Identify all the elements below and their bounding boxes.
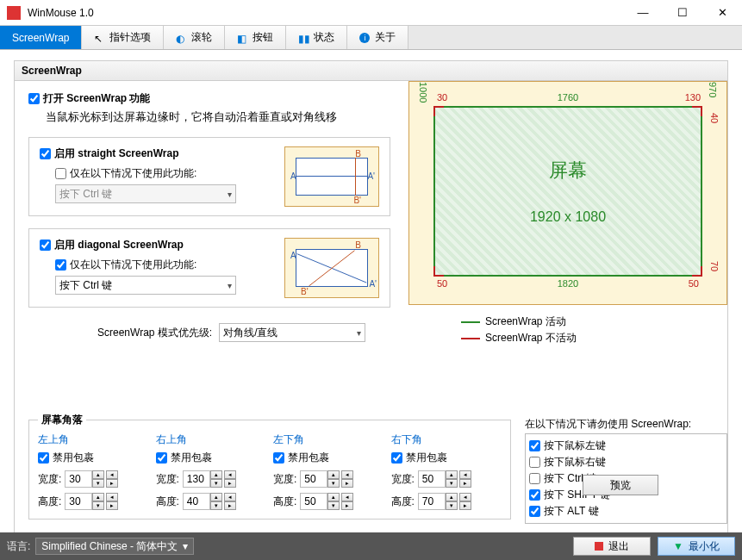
nudge-left-icon[interactable]: ◂ [459,493,471,501]
spin-up-icon[interactable]: ▴ [210,470,222,479]
preview-button[interactable]: 预览 [583,475,658,495]
wheel-icon: ◐ [176,33,186,43]
corner-width-spinner[interactable]: ▴▾ ◂▸ [183,470,236,488]
spin-down-icon[interactable]: ▾ [92,479,104,488]
nudge-right-icon[interactable]: ▸ [459,501,471,510]
app-icon [7,6,21,20]
corner-heading: 右上角 [156,432,267,447]
tab-status[interactable]: ▮▮状态 [286,26,347,49]
corner-width-input[interactable] [65,470,92,488]
corner-height-input[interactable] [183,493,210,510]
corner-width-spinner[interactable]: ▴▾ ◂▸ [65,470,118,488]
straight-only-row[interactable]: 仅在以下情况下使用此功能: [55,166,271,181]
tab-screenwrap[interactable]: ScreenWrap [0,26,82,49]
screen-viz: 屏幕 1920 x 1080 30 1760 130 40 1000 970 7… [408,81,727,305]
tab-pointer[interactable]: ↖指针选项 [82,26,164,49]
nudge-left-icon[interactable]: ◂ [224,470,236,479]
enable-screenwrap-checkbox[interactable] [28,93,40,104]
corner-disable[interactable]: 禁用包裹 [156,451,267,465]
nudge-right-icon[interactable]: ▸ [224,501,236,510]
footer: 语言: Simplified Chinese - 简体中文▾ 退出 ▼ 最小化 [0,532,742,560]
spin-up-icon[interactable]: ▴ [210,493,222,501]
chevron-down-icon: ▾ [357,328,361,338]
minimize-tray-button[interactable]: ▼ 最小化 [658,537,735,556]
close-button[interactable]: ✕ [702,0,742,25]
exclude-checkbox[interactable] [529,506,540,517]
exit-button[interactable]: 退出 [573,537,651,556]
enable-diagonal-checkbox[interactable] [40,240,51,251]
nudge-right-icon[interactable]: ▸ [341,479,353,488]
spin-down-icon[interactable]: ▾ [327,479,340,488]
spin-up-icon[interactable]: ▴ [92,470,104,479]
exclude-item[interactable]: 按下鼠标左键 [529,438,723,454]
spin-down-icon[interactable]: ▾ [446,501,458,510]
enable-diagonal[interactable]: 启用 diagonal ScreenWrap [40,238,271,252]
exclude-checkbox[interactable] [529,457,540,468]
spin-down-icon[interactable]: ▾ [210,479,222,488]
spin-down-icon[interactable]: ▾ [92,501,104,510]
enable-straight[interactable]: 启用 straight ScreenWrap [40,146,271,161]
exclude-checkbox[interactable] [529,440,540,451]
corner-disable-checkbox[interactable] [391,452,402,464]
nudge-right-icon[interactable]: ▸ [224,479,236,488]
maximize-button[interactable]: ☐ [663,0,702,25]
corner-disable[interactable]: 禁用包裹 [273,451,384,465]
corner-disable-checkbox[interactable] [156,452,167,464]
nudge-left-icon[interactable]: ◂ [106,470,118,479]
priority-row: ScreenWrap 模式优先级: 对角线/直线▾ [97,323,714,342]
spin-up-icon[interactable]: ▴ [446,470,458,479]
exclude-checkbox[interactable] [529,473,540,484]
minimize-button[interactable]: — [623,0,663,25]
spin-up-icon[interactable]: ▴ [327,470,340,479]
corner-height-input[interactable] [300,493,327,510]
exclude-checkbox[interactable] [529,489,540,501]
exclude-item[interactable]: 按下鼠标右键 [529,454,723,470]
enable-straight-checkbox[interactable] [40,148,51,159]
tab-about[interactable]: i关于 [347,26,408,49]
tab-wheel[interactable]: ◐滚轮 [164,26,225,49]
corner-width-spinner[interactable]: ▴▾ ◂▸ [418,470,471,488]
nudge-left-icon[interactable]: ◂ [106,493,118,501]
tab-buttons[interactable]: ◧按钮 [225,26,286,49]
window-title: WinMouse 1.0 [28,7,623,19]
corner-height-input[interactable] [65,493,92,510]
nudge-left-icon[interactable]: ◂ [341,470,353,479]
diagonal-only-checkbox[interactable] [55,259,66,271]
spin-up-icon[interactable]: ▴ [92,493,104,501]
corner-col: 右上角 禁用包裹 宽度: ▴▾ ◂▸ 高度: ▴▾ ◂▸ [156,432,267,510]
language-select[interactable]: Simplified Chinese - 简体中文▾ [35,538,194,555]
priority-select[interactable]: 对角线/直线▾ [219,323,365,342]
spin-down-icon[interactable]: ▾ [446,479,458,488]
corner-width-input[interactable] [183,470,210,488]
nudge-right-icon[interactable]: ▸ [459,479,471,488]
straight-only-checkbox[interactable] [55,168,66,179]
spin-up-icon[interactable]: ▴ [446,493,458,501]
corner-disable[interactable]: 禁用包裹 [38,451,149,465]
corner-height-input[interactable] [418,493,446,510]
enable-screenwrap-label: 打开 ScreenWrap 功能 [43,91,150,106]
nudge-right-icon[interactable]: ▸ [341,501,353,510]
nudge-right-icon[interactable]: ▸ [106,479,118,488]
corner-height-spinner[interactable]: ▴▾ ◂▸ [418,493,471,510]
corner-height-spinner[interactable]: ▴▾ ◂▸ [300,493,353,510]
exclude-item[interactable]: 按下 ALT 键 [529,503,723,520]
corner-height-spinner[interactable]: ▴▾ ◂▸ [183,493,236,510]
corner-height-spinner[interactable]: ▴▾ ◂▸ [65,493,118,510]
corner-disable-checkbox[interactable] [38,452,49,464]
nudge-right-icon[interactable]: ▸ [106,501,118,510]
spin-down-icon[interactable]: ▾ [327,501,340,510]
spin-up-icon[interactable]: ▴ [327,493,340,501]
corner-width-input[interactable] [418,470,446,488]
nudge-left-icon[interactable]: ◂ [224,493,236,501]
corner-disable-checkbox[interactable] [273,452,284,464]
straight-combo[interactable]: 按下 Ctrl 键▾ [55,184,236,203]
diagonal-box: 启用 diagonal ScreenWrap 仅在以下情况下使用此功能: 按下 … [28,228,390,308]
nudge-left-icon[interactable]: ◂ [459,470,471,479]
diagonal-only-row[interactable]: 仅在以下情况下使用此功能: [55,258,271,272]
nudge-left-icon[interactable]: ◂ [341,493,353,501]
diagonal-combo[interactable]: 按下 Ctrl 键▾ [55,276,236,295]
corner-disable[interactable]: 禁用包裹 [391,451,502,465]
spin-down-icon[interactable]: ▾ [210,501,222,510]
corner-width-spinner[interactable]: ▴▾ ◂▸ [300,470,353,488]
corner-width-input[interactable] [300,470,327,488]
